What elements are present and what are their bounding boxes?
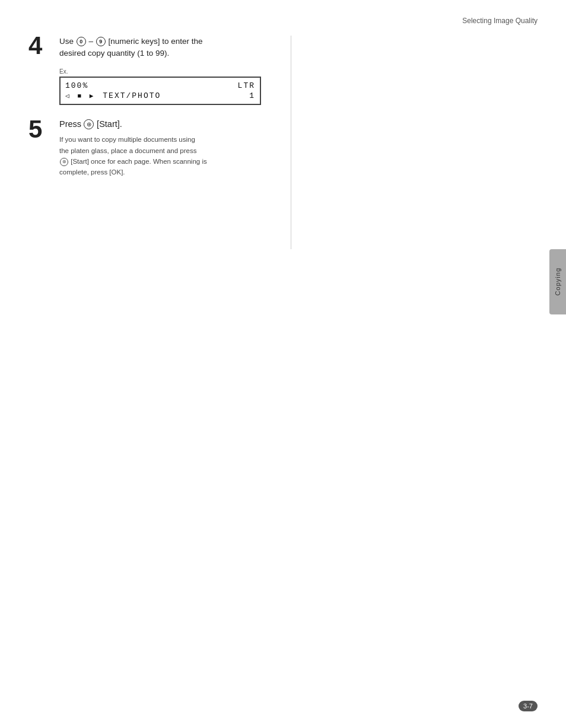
main-content: 4 Use 0 – 9 [numeric keys] to enter thed…	[28, 36, 284, 178]
step-5-container: 5 Press ⊛ [Start]. If you want to copy m…	[28, 119, 284, 178]
step-5-title: Press ⊛ [Start].	[59, 119, 284, 130]
ex-label: Ex.	[59, 68, 284, 75]
lcd-copy-count: 1	[249, 91, 255, 100]
lcd-display: 100% LTR ◁ ■ ▶ TEXT/PHOTO 1	[59, 77, 261, 105]
step-4-content: Use 0 – 9 [numeric keys] to enter thedes…	[59, 36, 284, 105]
lcd-row-2: ◁ ■ ▶ TEXT/PHOTO 1	[65, 91, 255, 100]
lcd-percent: 100%	[65, 81, 88, 90]
step-4-text: Use 0 – 9 [numeric keys] to enter thedes…	[59, 36, 284, 60]
side-tab-label: Copying	[554, 268, 561, 295]
page-number: 3-7	[519, 701, 538, 711]
step-5-description: If you want to copy multiple documents u…	[59, 134, 284, 178]
page-divider	[291, 36, 291, 249]
step-5-number: 5	[28, 117, 59, 142]
page-header-title: Selecting Image Quality	[462, 17, 538, 25]
step-5-content: Press ⊛ [Start]. If you want to copy mul…	[59, 119, 284, 178]
lcd-row-1: 100% LTR	[65, 81, 255, 90]
start-button-icon-title: ⊛	[84, 119, 94, 129]
step-4-container: 4 Use 0 – 9 [numeric keys] to enter thed…	[28, 36, 284, 105]
lcd-icon-2: ■	[77, 93, 82, 100]
lcd-icon-1: ◁	[65, 93, 71, 100]
lcd-paper-size: LTR	[238, 81, 255, 90]
key-zero-icon: 0	[77, 37, 86, 46]
lcd-icons-area: ◁ ■ ▶ TEXT/PHOTO	[65, 91, 161, 100]
step-4-number: 4	[28, 33, 59, 58]
key-nine-icon: 9	[96, 37, 106, 46]
lcd-icon-3: ▶	[90, 93, 95, 100]
side-tab: Copying	[549, 249, 566, 314]
start-button-icon-desc: ⊛	[60, 158, 68, 166]
lcd-mode-text: TEXT/PHOTO	[103, 91, 161, 100]
